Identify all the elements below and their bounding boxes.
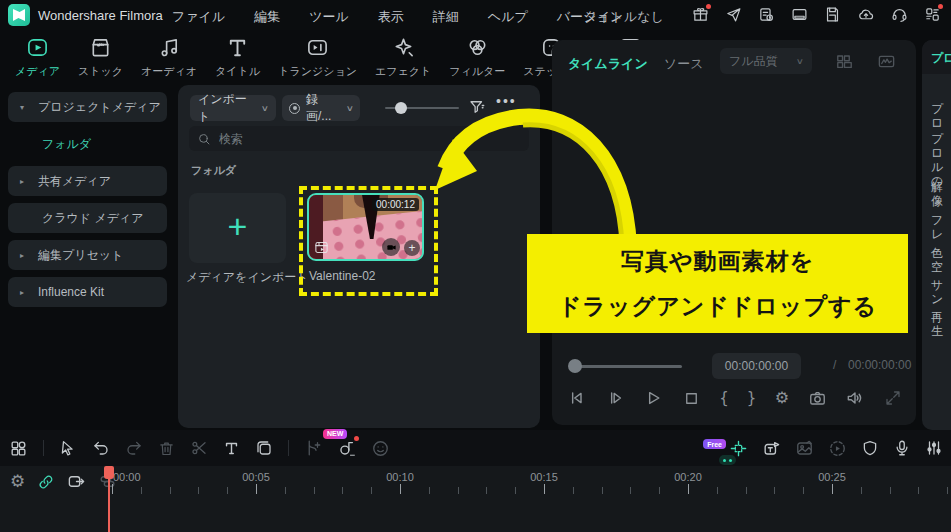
delete-icon[interactable] [158,440,175,457]
timeline-settings-icon[interactable]: ⚙ [10,473,25,490]
menu-advanced[interactable]: 詳細 [433,8,459,26]
chevron-right-icon: ▸ [20,177,24,186]
callout-line1: 写真や動画素材を [621,239,814,284]
media-icon [26,36,49,59]
tab-effects[interactable]: エフェクト [366,30,440,85]
link-clips-icon[interactable] [37,473,55,491]
callout-line2: ドラッグアンドドロップする [558,284,877,329]
save-icon[interactable] [824,6,841,23]
menu-tools[interactable]: ツール [309,8,349,26]
app-name: Wondershare Filmora [38,8,163,23]
tab-filters[interactable]: フィルター [440,30,514,85]
auto-ripple-icon[interactable] [67,472,86,491]
menu-help[interactable]: ヘルプ [488,8,528,26]
props-header[interactable]: プロ [922,40,951,74]
tab-audio[interactable]: オーディオ [132,30,206,85]
sidebar-item-edit-presets[interactable]: ▸ 編集プリセット [8,240,167,270]
multiview-icon[interactable] [835,52,854,71]
titlebar: Wondershare Filmora ファイル 編集 ツール 表示 詳細 ヘル… [0,0,951,30]
support-icon[interactable] [891,6,908,23]
sidebar-item-influence-kit[interactable]: ▸ Influence Kit [8,277,167,307]
shield-icon[interactable] [861,439,879,457]
redo-icon[interactable] [125,439,143,457]
project-settings-panel: プロ プロ プロ ルの 解像 フレ 色空 サン 再生 [922,40,951,430]
volume-icon[interactable] [845,388,865,408]
import-media-button[interactable]: + [189,193,286,263]
ruler-label: 00:25 [818,471,846,483]
scopes-icon[interactable] [877,52,896,71]
voiceover-mic-icon[interactable] [893,439,911,457]
clip-edit-icon[interactable] [762,439,781,458]
workspace-icon[interactable] [791,6,808,23]
next-frame-icon[interactable] [605,388,625,408]
mark-out-icon[interactable]: } [747,389,756,407]
preview-tab-source[interactable]: ソース [664,55,704,73]
seek-bar[interactable] [572,365,682,368]
stop-icon[interactable] [682,389,701,408]
record-icon [289,103,300,114]
mark-in-icon[interactable]: { [719,389,728,407]
project-title: タイトルなし [584,8,664,26]
export-queue-icon[interactable] [758,6,775,23]
mixer-icon[interactable] [925,439,943,457]
record-dropdown[interactable]: 録画/... ∨ [282,95,360,121]
ruler-label: 00:20 [674,471,702,483]
chevron-down-icon: ∨ [346,104,354,113]
fullscreen-icon[interactable] [884,389,902,407]
import-card-label: メディアをインポート [186,269,309,286]
sidebar-item-project-media[interactable]: ▾ プロジェクトメディア [8,92,167,122]
mask-ai-icon[interactable] [371,439,390,458]
prop-resolution: 解像 [931,180,951,208]
sidebar-item-folder[interactable]: フォルダ [8,129,167,159]
menu-file[interactable]: ファイル [172,8,225,26]
filter-icon [466,36,489,59]
play-icon[interactable] [643,388,663,408]
audio-icon [158,36,181,59]
playback-quality-dropdown[interactable]: フル品質 ∨ [720,48,812,74]
undo-icon[interactable] [92,439,110,457]
playback-controls: { } ⚙ [560,388,908,408]
folder-section-label: フォルダ [191,163,236,178]
layout-grid-icon[interactable] [9,439,28,458]
sidebar-item-cloud-media[interactable]: クラウド メディア [8,203,167,233]
asset-tabbar: メディア ストック オーディオ タイトル トランジション エフェクト フィルター [0,30,540,85]
import-dropdown[interactable]: インポート ∨ [190,95,276,121]
menu-edit[interactable]: 編集 [254,8,280,26]
crop-icon[interactable] [255,439,273,457]
current-timecode[interactable]: 00:00:00:00 [712,353,801,379]
tab-media[interactable]: メディア [6,30,69,85]
playback-settings-icon[interactable]: ⚙ [775,390,789,406]
new-badge: NEW [323,429,347,439]
prop-project-name: プロ [931,102,951,130]
attach-icon[interactable] [304,439,322,457]
notifications-icon[interactable] [924,6,941,23]
snapshot-icon[interactable] [808,389,827,408]
ruler-label: 00:00 [113,471,141,483]
ruler-label: 00:10 [386,471,414,483]
menu-view[interactable]: 表示 [378,8,404,26]
audio-ai-icon[interactable]: NEW [337,439,356,458]
edit-toolbar: NEW Free [0,430,951,466]
render-icon[interactable] [828,439,847,458]
seek-knob[interactable] [568,359,582,373]
cursor-icon[interactable] [59,439,77,457]
share-icon[interactable] [725,6,742,23]
prev-frame-icon[interactable] [566,388,586,408]
tab-stock[interactable]: ストック [69,30,132,85]
sidebar-item-shared-media[interactable]: ▸ 共有メディア [8,166,167,196]
text-tool-icon[interactable] [223,440,240,457]
slider-knob[interactable] [395,102,407,114]
prop-colorspace: 色空 [931,246,951,274]
preview-tab-timeline[interactable]: タイムライン [568,55,648,73]
tab-transitions[interactable]: トランジション [269,30,366,85]
search-icon [197,132,211,146]
timeline[interactable]: ⚙ 00:00 00:05 00:10 00:15 00:20 00:25 [0,466,951,532]
tab-titles[interactable]: タイトル [206,30,269,85]
menubar: ファイル 編集 ツール 表示 詳細 ヘルプ バージョン [172,8,623,26]
playhead-handle[interactable] [104,466,114,479]
split-icon[interactable] [190,439,208,457]
photo-icon[interactable] [795,439,814,458]
gift-icon[interactable] [692,6,709,23]
cloud-upload-icon[interactable] [857,6,875,23]
stock-icon [89,36,112,59]
